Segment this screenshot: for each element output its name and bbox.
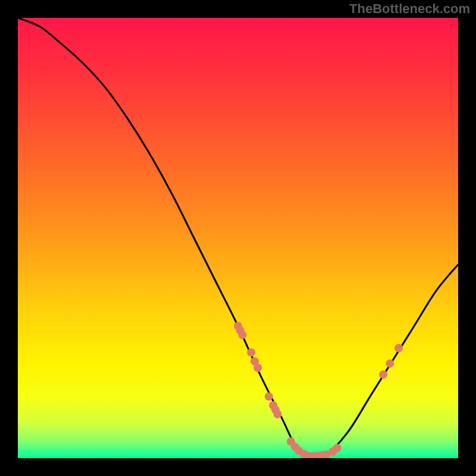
data-point <box>253 364 262 372</box>
gradient-background <box>18 18 458 458</box>
watermark-text: TheBottleneck.com <box>349 1 470 17</box>
data-point <box>379 370 387 378</box>
data-point <box>394 344 403 352</box>
data-point <box>238 331 246 339</box>
data-point <box>265 392 273 400</box>
chart-area <box>18 18 458 458</box>
data-point <box>333 444 342 452</box>
data-point <box>386 359 394 368</box>
chart-svg <box>18 18 458 458</box>
data-point <box>274 410 282 418</box>
data-point <box>247 348 255 356</box>
